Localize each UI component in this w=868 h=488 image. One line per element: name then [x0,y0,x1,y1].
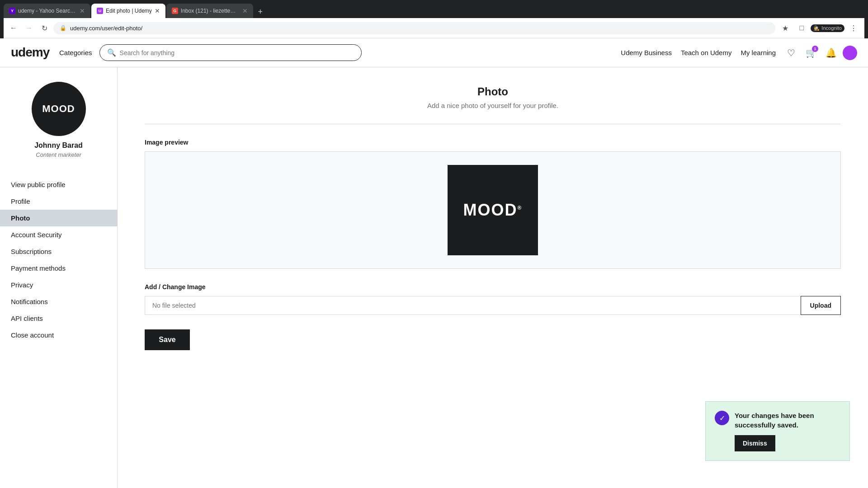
sidebar-avatar-text: MOOD [42,103,75,115]
toast-checkmark: ✓ [719,414,725,422]
tab-close-yahoo[interactable]: ✕ [80,7,85,14]
toast-message: Your changes have been successfully save… [735,411,840,430]
page-title: Photo [145,85,841,98]
tab-yahoo[interactable]: Y udemy - Yahoo Search Results ✕ [4,4,90,18]
tab-title-udemy: Edit photo | Udemy [106,8,152,14]
upload-button[interactable]: Upload [801,296,841,315]
preview-mood-registered: ® [518,205,523,211]
search-input[interactable] [120,49,354,56]
sidebar-item-account-security[interactable]: Account Security [0,226,117,243]
nav-business[interactable]: Udemy Business [621,49,672,56]
sidebar: MOOD Johnny Barad Content marketer View … [0,67,118,488]
section-divider [145,124,841,124]
profile-button[interactable]: □ [794,21,809,35]
nav-teach[interactable]: Teach on Udemy [681,49,732,56]
search-bar[interactable]: 🔍 [99,44,362,61]
search-icon: 🔍 [107,48,116,57]
header-nav: Udemy Business Teach on Udemy My learnin… [621,49,776,56]
sidebar-item-privacy[interactable]: Privacy [0,277,117,293]
tab-title-gmail: Inbox (121) - liezette@pageflow... [181,8,240,14]
browser-chrome: Y udemy - Yahoo Search Results ✕ U Edit … [0,0,868,38]
add-change-image-label: Add / Change Image [145,283,841,291]
toast-notification: ✓ Your changes have been successfully sa… [705,401,850,461]
incognito-icon: 🕵 [813,25,820,31]
address-text: udemy.com/user/edit-photo/ [70,25,769,32]
sidebar-user-subtitle: Content marketer [36,151,81,158]
tab-favicon-gmail: G [172,8,178,14]
sidebar-nav: View public profile Profile Photo Accoun… [0,176,117,343]
new-tab-button[interactable]: + [254,5,267,18]
sidebar-user-name: Johnny Barad [34,141,83,150]
address-bar[interactable]: 🔒 udemy.com/user/edit-photo/ [53,22,775,34]
tab-favicon-udemy: U [97,8,103,14]
sidebar-item-profile[interactable]: Profile [0,193,117,210]
categories-link[interactable]: Categories [59,49,92,56]
tab-close-udemy[interactable]: ✕ [155,7,160,14]
sidebar-item-payment-methods[interactable]: Payment methods [0,260,117,277]
sidebar-item-notifications[interactable]: Notifications [0,293,117,310]
toolbar-actions: ★ □ 🕵 Incognito ⋮ [778,21,861,35]
nav-learning[interactable]: My learning [741,49,776,56]
tab-title-yahoo: udemy - Yahoo Search Results [18,8,77,14]
save-button[interactable]: Save [145,329,190,350]
tab-favicon-yahoo: Y [9,8,15,14]
preview-mood-text: MOOD® [463,201,523,220]
toast-content: ✓ Your changes have been successfully sa… [715,411,840,430]
incognito-badge: 🕵 Incognito [811,24,844,32]
svg-text:udemy: udemy [11,45,50,59]
lock-icon: 🔒 [60,25,66,31]
image-preview-box: MOOD® [145,151,841,269]
cart-button[interactable]: 🛒 1 [803,45,819,61]
wishlist-button[interactable]: ♡ [783,45,799,61]
toast-success-icon: ✓ [715,411,729,425]
sidebar-item-photo[interactable]: Photo [0,210,117,226]
browser-toolbar: ← → ↻ 🔒 udemy.com/user/edit-photo/ ★ □ 🕵… [4,18,864,38]
preview-mood-logo: MOOD® [448,165,538,255]
bookmark-button[interactable]: ★ [778,21,793,35]
header-icons: ♡ 🛒 1 🔔 [783,45,857,61]
incognito-label: Incognito [821,25,842,31]
reload-button[interactable]: ↻ [38,22,51,34]
udemy-header: udemy Categories 🔍 Udemy Business Teach … [0,38,868,67]
menu-button[interactable]: ⋮ [846,21,861,35]
sidebar-item-subscriptions[interactable]: Subscriptions [0,243,117,260]
udemy-logo[interactable]: udemy [11,44,52,62]
sidebar-item-close-account[interactable]: Close account [0,327,117,343]
file-input-row: Upload [145,296,841,315]
sidebar-avatar-section: MOOD Johnny Barad Content marketer [0,82,117,169]
notifications-button[interactable]: 🔔 [823,45,839,61]
sidebar-item-view-public[interactable]: View public profile [0,176,117,193]
tab-close-gmail[interactable]: ✕ [242,7,248,14]
page-subtitle: Add a nice photo of yourself for your pr… [145,102,841,109]
tab-gmail[interactable]: G Inbox (121) - liezette@pageflow... ✕ [166,4,253,18]
user-avatar[interactable] [843,46,857,60]
sidebar-item-api-clients[interactable]: API clients [0,310,117,327]
sidebar-avatar: MOOD [32,82,86,136]
file-name-field [145,296,801,315]
toast-dismiss-button[interactable]: Dismiss [735,435,775,451]
image-preview-label: Image preview [145,139,841,146]
forward-button[interactable]: → [23,22,35,34]
tab-udemy[interactable]: U Edit photo | Udemy ✕ [91,4,165,18]
back-button[interactable]: ← [7,22,20,34]
cart-badge: 1 [812,46,818,52]
browser-tabs: Y udemy - Yahoo Search Results ✕ U Edit … [4,4,864,18]
